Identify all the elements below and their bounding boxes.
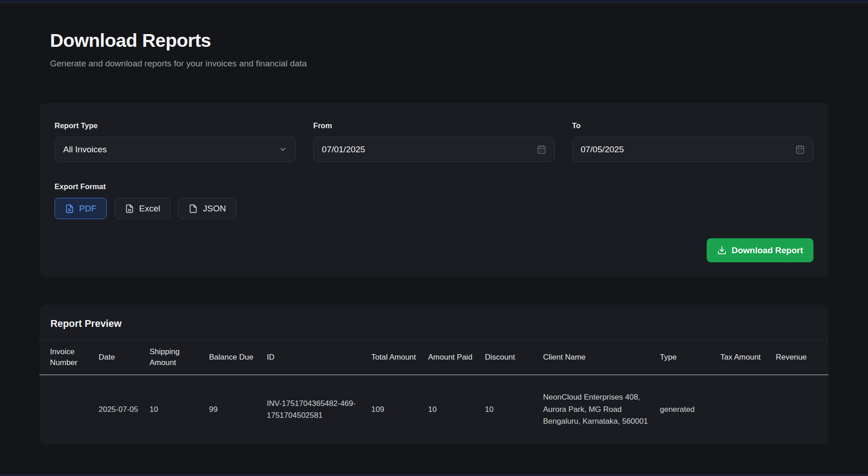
from-date-field: From 07/01/2025: [313, 121, 554, 162]
from-date-input[interactable]: 07/01/2025: [313, 137, 554, 162]
report-config-card: Report Type All Invoices From 07/01/2025: [40, 103, 828, 277]
cell-tax-amount: [720, 375, 776, 444]
download-report-button[interactable]: Download Report: [707, 238, 813, 262]
cell-client-name: NeonCloud Enterprises 408, Aurora Park, …: [543, 375, 660, 444]
column-header-total-amount: Total Amount: [371, 340, 428, 375]
format-pdf-button[interactable]: PDF: [55, 198, 107, 219]
page-subtitle: Generate and download reports for your i…: [50, 59, 828, 69]
from-date-value: 07/01/2025: [322, 145, 536, 155]
column-header-invoice-number: Invoice Number: [40, 340, 99, 375]
column-header-shipping-amount: Shipping Amount: [150, 340, 209, 375]
export-format-section: Export Format PDF Excel: [55, 182, 813, 219]
cell-revenue: [776, 375, 828, 444]
cell-amount-paid: 10: [428, 375, 485, 444]
cell-total-amount: 109: [371, 375, 428, 444]
format-json-button[interactable]: JSON: [178, 198, 236, 219]
report-type-select[interactable]: All Invoices: [55, 137, 296, 162]
column-header-balance-due: Balance Due: [209, 340, 267, 375]
column-header-amount-paid: Amount Paid: [428, 340, 485, 375]
file-text-icon: [65, 204, 74, 213]
to-date-input[interactable]: 07/05/2025: [572, 137, 813, 162]
calendar-icon[interactable]: [537, 145, 546, 154]
file-icon: [189, 204, 198, 213]
page-content: Download Reports Generate and download r…: [40, 3, 828, 444]
page-title: Download Reports: [50, 30, 828, 51]
file-spreadsheet-icon: [125, 204, 134, 213]
format-excel-button[interactable]: Excel: [115, 198, 170, 219]
to-date-value: 07/05/2025: [581, 145, 795, 155]
table-row[interactable]: 2025-07-05 10 99 INV-1751704365482-469-1…: [40, 375, 828, 444]
cell-invoice-number: [40, 375, 99, 444]
export-format-label: Export Format: [55, 182, 813, 191]
report-preview-card: Report Preview Invoice Number Date Shipp…: [40, 305, 828, 444]
cell-balance-due: 99: [209, 375, 267, 444]
cell-discount: 10: [485, 375, 543, 444]
table-header-row: Invoice Number Date Shipping Amount Bala…: [40, 340, 828, 375]
to-date-field: To 07/05/2025: [572, 121, 813, 162]
chevron-down-icon: [279, 145, 287, 154]
column-header-type: Type: [660, 340, 720, 375]
cell-type: generated: [660, 375, 720, 444]
report-preview-title: Report Preview: [50, 318, 818, 330]
cell-date: 2025-07-05: [99, 375, 150, 444]
format-excel-label: Excel: [139, 204, 160, 214]
report-type-label: Report Type: [55, 121, 296, 130]
from-date-label: From: [313, 121, 554, 130]
format-pdf-label: PDF: [79, 204, 96, 214]
report-type-value: All Invoices: [63, 145, 279, 155]
format-json-label: JSON: [203, 204, 226, 214]
column-header-discount: Discount: [485, 340, 543, 375]
column-header-date: Date: [99, 340, 150, 375]
download-icon: [717, 246, 727, 255]
cell-id: INV-1751704365482-469-1751704502581: [267, 375, 371, 444]
report-type-field: Report Type All Invoices: [55, 121, 296, 162]
cell-shipping-amount: 10: [150, 375, 209, 444]
column-header-client-name: Client Name: [543, 340, 660, 375]
column-header-revenue: Revenue: [776, 340, 828, 375]
calendar-icon[interactable]: [795, 145, 805, 154]
to-date-label: To: [572, 121, 813, 130]
page-header: Download Reports Generate and download r…: [40, 30, 828, 69]
report-preview-table: Invoice Number Date Shipping Amount Bala…: [40, 340, 828, 444]
column-header-tax-amount: Tax Amount: [720, 340, 776, 375]
download-report-label: Download Report: [732, 246, 803, 256]
column-header-id: ID: [267, 340, 371, 375]
